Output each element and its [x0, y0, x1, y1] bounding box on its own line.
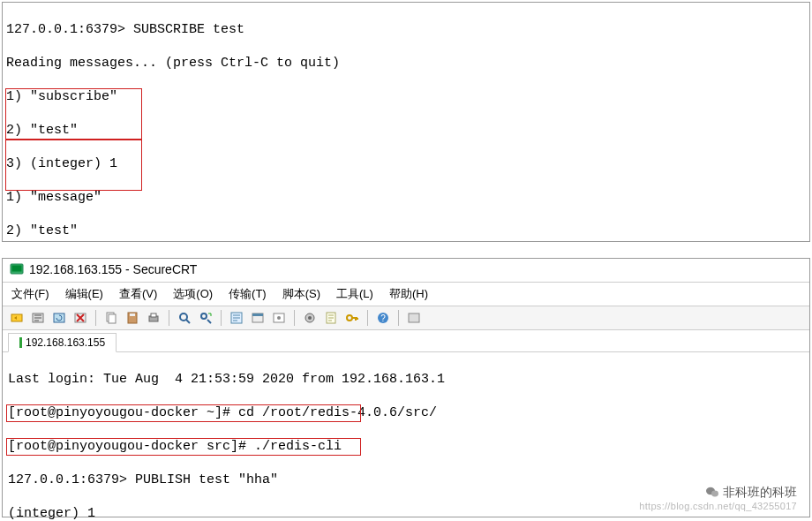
svg-rect-26 — [409, 313, 419, 322]
term-line: 2) "test" — [6, 223, 806, 239]
menu-view[interactable]: 查看(V) — [119, 286, 157, 302]
svg-text:?: ? — [380, 313, 386, 323]
term-line: 3) (integer) 1 — [6, 155, 806, 172]
svg-rect-1 — [12, 266, 22, 272]
options-icon[interactable] — [270, 309, 288, 327]
session-icon[interactable] — [249, 309, 267, 327]
app-icon — [10, 262, 24, 276]
tab-status-indicator — [19, 337, 22, 348]
title-bar: 192.168.163.155 - SecureCRT — [3, 259, 809, 282]
menu-options[interactable]: 选项(O) — [173, 286, 213, 302]
term-line: 1) "subscribe" — [6, 88, 806, 105]
term-line: Reading messages... (press Ctrl-C to qui… — [6, 55, 806, 72]
tab-bar: 192.168.163.155 — [3, 330, 809, 352]
script-icon[interactable] — [322, 309, 340, 327]
term-line: 1) "message" — [6, 189, 806, 206]
find-icon[interactable] — [176, 309, 193, 327]
svg-point-21 — [308, 316, 312, 320]
watermark: 非科班的科班 https://blog.csdn.net/qq_43255017 — [639, 485, 797, 511]
help-icon[interactable]: ? — [374, 309, 392, 327]
term-line: [root@pinyoyougou-docker ~]# cd /root/re… — [8, 404, 804, 421]
svg-point-28 — [711, 490, 718, 496]
quick-connect-icon[interactable] — [29, 309, 47, 327]
watermark-brand: 非科班的科班 — [723, 485, 797, 501]
svg-point-23 — [347, 315, 352, 321]
disconnect-icon[interactable] — [71, 309, 89, 327]
svg-point-12 — [180, 313, 187, 321]
connect-icon[interactable] — [8, 309, 26, 327]
securecrt-window: 192.168.163.155 - SecureCRT 文件(F) 编辑(E) … — [2, 258, 810, 517]
term-line: [root@pinyoyougou-docker src]# ./redis-c… — [8, 438, 804, 455]
subscriber-terminal[interactable]: 127.0.0.1:6379> SUBSCRIBE test Reading m… — [2, 2, 810, 242]
svg-line-13 — [186, 320, 190, 323]
window-title: 192.168.163.155 - SecureCRT — [29, 262, 197, 276]
svg-rect-7 — [109, 314, 116, 323]
svg-point-14 — [201, 313, 207, 319]
properties-icon[interactable] — [228, 309, 245, 327]
menu-help[interactable]: 帮助(H) — [389, 286, 428, 302]
term-line: 127.0.0.1:6379> SUBSCRIBE test — [6, 21, 806, 38]
menu-transfer[interactable]: 传输(T) — [229, 286, 267, 302]
key-icon[interactable] — [343, 309, 361, 327]
svg-rect-17 — [252, 313, 263, 316]
watermark-url: https://blog.csdn.net/qq_43255017 — [639, 501, 797, 511]
menu-edit[interactable]: 编辑(E) — [65, 286, 103, 302]
svg-rect-9 — [130, 313, 135, 316]
session-tab[interactable]: 192.168.163.155 — [8, 333, 117, 352]
find-next-icon[interactable] — [197, 309, 214, 327]
paste-icon[interactable] — [124, 309, 141, 327]
toolbar: ? — [3, 306, 809, 330]
term-line: Last login: Tue Aug 4 21:53:59 2020 from… — [8, 371, 804, 388]
reconnect-icon[interactable] — [50, 309, 68, 327]
print-icon[interactable] — [145, 309, 162, 327]
menu-bar: 文件(F) 编辑(E) 查看(V) 选项(O) 传输(T) 脚本(S) 工具(L… — [3, 282, 809, 306]
wechat-icon — [705, 486, 719, 501]
settings-icon[interactable] — [301, 309, 319, 327]
menu-tools[interactable]: 工具(L) — [336, 286, 373, 302]
extra-icon[interactable] — [405, 309, 423, 327]
menu-file[interactable]: 文件(F) — [11, 286, 49, 302]
tab-label: 192.168.163.155 — [26, 336, 105, 349]
menu-script[interactable]: 脚本(S) — [282, 286, 320, 302]
copy-icon[interactable] — [102, 309, 120, 327]
term-line: 2) "test" — [6, 122, 806, 139]
svg-rect-11 — [151, 313, 156, 317]
svg-point-19 — [277, 316, 281, 320]
